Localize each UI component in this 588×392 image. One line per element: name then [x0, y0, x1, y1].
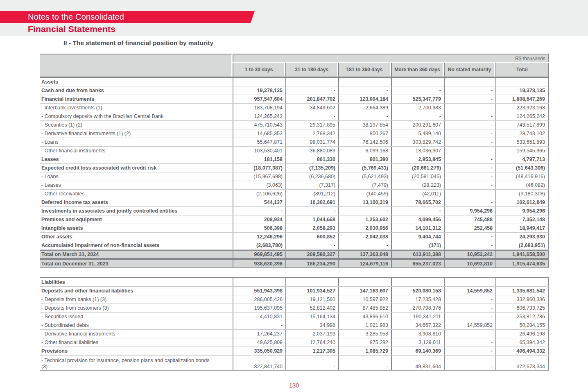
row-label: - Derivative financial instruments (1) (… — [40, 129, 233, 138]
cell-value: (3,063) — [233, 181, 285, 189]
units-label: R$ thousands — [233, 54, 549, 62]
cell-value: 6,099,168 — [338, 147, 391, 155]
cell-value: (6,236,680) — [285, 172, 338, 181]
cell-value: 4,797,713 — [495, 155, 549, 163]
row-label: Intangible assets — [40, 224, 233, 232]
cell-value: (20,661,279) — [391, 164, 444, 172]
cell-value: 3,129,011 — [391, 338, 444, 347]
cell-value — [444, 278, 495, 286]
cell-value: 190,341,211 — [391, 313, 444, 321]
cell-value: 10,693,810 — [444, 260, 495, 267]
table-row: Other assets12,246,296600,8522,042,0389,… — [40, 233, 549, 241]
cell-value: 606,733,725 — [495, 304, 549, 312]
cell-value: (2,106,626) — [233, 190, 285, 198]
cell-value: 10,302,691 — [285, 198, 338, 206]
cell-value: 38,197,854 — [338, 121, 391, 129]
cell-value: 10,952,242 — [444, 251, 495, 258]
cell-value: - — [444, 338, 495, 347]
cell-value: (140,459) — [338, 190, 391, 198]
table-row: Financial instruments957,547,604201,847,… — [40, 95, 549, 104]
cell-value: 875,282 — [338, 338, 391, 347]
cell-value: 613,911,388 — [391, 251, 444, 258]
cell-value: 159,545,965 — [495, 147, 549, 155]
cell-value — [391, 278, 444, 286]
cell-value: 1,915,474,635 — [495, 260, 549, 267]
table-row: Cash and due from banks19,378,135----19,… — [40, 86, 549, 95]
cell-value — [338, 278, 391, 286]
cell-value: - — [338, 112, 391, 120]
row-label: Deferred income tax assets — [40, 198, 233, 206]
cell-value: 551,943,398 — [233, 287, 285, 295]
cell-value: 270,798,376 — [391, 304, 444, 312]
cell-value: - — [444, 313, 495, 321]
cell-value: 76,142,506 — [338, 138, 391, 146]
cell-value: 322,841,740 — [233, 356, 285, 370]
cell-value: 43,896,610 — [338, 313, 391, 321]
cell-value: - — [444, 181, 495, 189]
cell-value: 26,496,198 — [495, 330, 549, 338]
row-label: Liabilities — [40, 278, 233, 286]
cell-value: 475,710,543 — [233, 121, 285, 129]
cell-value — [233, 78, 285, 86]
row-label: Cash and due from banks — [40, 86, 233, 95]
cell-value: (5,621,493) — [338, 172, 391, 181]
cell-value: 181,158 — [233, 155, 285, 163]
cell-value: 800,267 — [338, 129, 391, 138]
row-label: Accumulated impairment of non-financial … — [40, 241, 233, 249]
cell-value: - — [444, 155, 495, 163]
cell-value: 533,651,893 — [495, 138, 549, 146]
cell-value: 123,904,184 — [338, 95, 391, 103]
table-row: - Loans(15,967,698)(6,236,680)(5,621,493… — [40, 172, 549, 181]
table-row: Premises and equipment208,9341,044,6681,… — [40, 215, 549, 224]
cell-value: 253,812,786 — [495, 313, 549, 321]
cell-value: 17,235,428 — [391, 295, 444, 304]
cell-value: - — [444, 138, 495, 146]
table-row: Assets — [40, 78, 549, 86]
cell-value: 1,941,658,500 — [495, 251, 549, 258]
table-row: - Other financial instruments103,530,401… — [40, 147, 549, 155]
cell-value — [285, 278, 338, 286]
cell-value — [391, 78, 444, 86]
row-label: - Technical provision for insurance, pen… — [40, 356, 233, 370]
row-label: - Subordinated debts — [40, 321, 233, 329]
table-row: Leases181,158861,330801,3802,953,845-4,7… — [40, 155, 549, 164]
cell-value: - — [444, 241, 495, 249]
cell-value: 65,394,342 — [495, 338, 549, 347]
cell-value: - — [444, 198, 495, 206]
table-row: Deposits and other financial liabilities… — [40, 287, 549, 295]
cell-value: (42,011) — [391, 190, 444, 198]
column-headers: 1 to 30 days31 to 180 days181 to 360 day… — [233, 63, 549, 77]
cell-value: 2,953,845 — [391, 155, 444, 163]
cell-value: (2,683,951) — [495, 241, 549, 249]
cell-value: 18,949,417 — [495, 224, 549, 232]
row-label: Leases — [40, 155, 233, 163]
row-label: - Deposits from customers (3) — [40, 304, 233, 312]
cell-value: - — [444, 121, 495, 129]
column-header: 31 to 180 days — [285, 63, 338, 77]
table-row: Investments in associates and jointly co… — [40, 207, 549, 215]
cell-value: 743,517,899 — [495, 121, 549, 129]
cell-value: 2,700,983 — [391, 104, 444, 112]
table-row: Intangible assets506,3982,058,2932,030,9… — [40, 224, 549, 233]
cell-value: - — [444, 356, 495, 370]
header-blank-cell — [40, 54, 233, 77]
cell-value: - — [338, 207, 391, 215]
cell-value: (2,683,780) — [233, 241, 285, 249]
cell-value: 2,768,342 — [285, 129, 338, 138]
cell-value: 201,847,702 — [285, 95, 338, 103]
cell-value: 36,880,089 — [285, 147, 338, 155]
cell-value: 124,265,242 — [495, 112, 549, 120]
row-label: - Other receivables — [40, 190, 233, 198]
cell-value: 48,625,809 — [233, 338, 285, 347]
cell-value: 15,164,134 — [285, 313, 338, 321]
cell-value: 1,335,681,542 — [495, 287, 549, 295]
row-label: Premises and equipment — [40, 215, 233, 224]
cell-value: 34,998 — [285, 321, 338, 329]
liabilities-section: LiabilitiesDeposits and other financial … — [40, 277, 549, 371]
cell-value: 14,685,353 — [233, 129, 285, 138]
cell-value: 87,485,852 — [338, 304, 391, 312]
cell-value: 2,664,389 — [338, 104, 391, 112]
cell-value: (20,591,045) — [391, 172, 444, 181]
cell-value: - — [338, 86, 391, 95]
cell-value: 3,285,958 — [338, 330, 391, 338]
